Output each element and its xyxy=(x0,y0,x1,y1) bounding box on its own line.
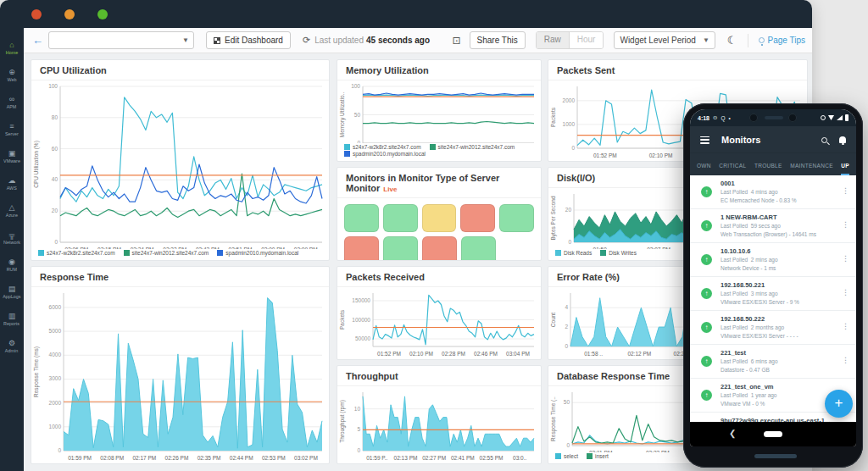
sidebar-item-home[interactable]: ⌂ Home xyxy=(0,35,24,62)
kebab-menu-icon[interactable]: ⋮ xyxy=(842,254,849,263)
svg-text:Response Time (ms): Response Time (ms) xyxy=(33,346,40,397)
card-title: Monitors in Monitor Type of Server Monit… xyxy=(337,168,541,198)
legend-item[interactable]: site24x7-win2012.site24x7.com xyxy=(124,250,209,256)
packets-received-chart[interactable]: 50000100000150000Packets01:52 PM02:10 PM… xyxy=(337,287,541,359)
page-tips-link[interactable]: Page Tips xyxy=(759,36,805,45)
monitor-list-item[interactable]: ↑ 10.10.10.6 Last Polled 2 mins ago Netw… xyxy=(690,243,856,277)
sidebar-item-server[interactable]: ≡ Server xyxy=(0,116,24,143)
last-updated-status: ⟳ Last updated 45 seconds ago xyxy=(303,35,430,46)
monitor-tile-trouble[interactable] xyxy=(422,204,457,232)
phone-nav-bar: ❮ xyxy=(690,422,856,446)
monitor-list-item[interactable]: ↑ 192.168.50.222 Last Polled 2 months ag… xyxy=(690,311,856,345)
sidebar-item-admin[interactable]: ⚙ Admin xyxy=(0,333,24,360)
monitor-tile-critical[interactable] xyxy=(460,204,495,232)
monitor-list-item[interactable]: ↑ 0001 Last Polled 4 mins ago EC Memcach… xyxy=(690,175,856,209)
dark-mode-moon-icon[interactable]: ☾ xyxy=(727,34,737,47)
refresh-icon[interactable]: ⟳ xyxy=(303,35,310,46)
close-window-button[interactable] xyxy=(31,9,42,19)
widget-level-period-select[interactable]: Widget Level Period ▼ xyxy=(614,31,715,49)
android-home-button[interactable] xyxy=(764,431,782,437)
response-time-card: Response Time 0100020003000400050006000R… xyxy=(31,266,330,464)
phone-tab-up[interactable]: UP xyxy=(841,163,849,175)
sidebar-item-reports[interactable]: ▥ Reports xyxy=(0,306,24,333)
raw-hour-toggle: Raw Hour xyxy=(536,31,604,49)
legend-item[interactable]: Disk Writes xyxy=(600,250,637,256)
kebab-menu-icon[interactable]: ⋮ xyxy=(842,356,849,364)
search-icon[interactable] xyxy=(821,137,827,143)
minimize-window-button[interactable] xyxy=(64,9,75,19)
svg-text:02:23 PM: 02:23 PM xyxy=(646,450,670,452)
svg-text:5: 5 xyxy=(357,426,360,432)
svg-text:Bytes Per Second: Bytes Per Second xyxy=(550,196,557,240)
sidebar-item-aws[interactable]: ☁ AWS xyxy=(0,170,24,197)
legend-item[interactable]: select xyxy=(555,453,578,459)
legend-item[interactable]: insert xyxy=(587,453,609,459)
dashboard-select[interactable]: ▼ xyxy=(48,31,194,49)
add-monitor-fab[interactable]: + xyxy=(825,390,853,418)
kebab-menu-icon[interactable]: ⋮ xyxy=(842,322,849,330)
kebab-menu-icon[interactable]: ⋮ xyxy=(842,288,849,296)
svg-text:Memory Utilizatio..: Memory Utilizatio.. xyxy=(339,92,346,138)
hour-toggle[interactable]: Hour xyxy=(570,32,604,48)
share-this-button[interactable]: Share This xyxy=(470,31,526,49)
memory-utilization-chart[interactable]: 050100Memory Utilizatio..02:06 PM02:21 P… xyxy=(337,80,541,143)
monitor-tile-up[interactable] xyxy=(344,204,379,232)
legend-item[interactable]: spadmin2010.mydomain.local xyxy=(344,151,426,157)
sidebar-item-rum[interactable]: ◉ RUM xyxy=(0,252,24,279)
monitor-tile-critical[interactable] xyxy=(422,236,457,260)
legend-swatch xyxy=(430,144,436,150)
display-share-icon[interactable]: ⊡ xyxy=(452,35,460,47)
sidebar-item-azure[interactable]: △ Azure xyxy=(0,197,24,224)
android-back-button[interactable]: ❮ xyxy=(729,429,736,438)
throughput-chart[interactable]: 0510Throughput (rpm)01:59 P..02:13 PM02:… xyxy=(337,386,541,463)
sidebar-item-applogs[interactable]: ▤ AppLogs xyxy=(0,279,24,306)
sidebar-item-apm[interactable]: ∞ APM xyxy=(0,89,24,116)
apm-icon: ∞ xyxy=(9,95,14,103)
monitor-tile-up[interactable] xyxy=(383,204,418,232)
sidebar-item-vmware[interactable]: ▣ VMware xyxy=(0,143,24,170)
svg-text:50000: 50000 xyxy=(355,335,370,341)
legend-item[interactable]: spadmin2010.mydomain.local xyxy=(217,250,298,256)
azure-icon: △ xyxy=(9,203,15,212)
phone-tab-critical[interactable]: CRITICAL xyxy=(719,163,746,175)
bulb-icon xyxy=(759,37,765,43)
monitor-list-item[interactable]: ↑ 221_test Last Polled 6 mins ago Datast… xyxy=(690,345,856,379)
monitor-tile-up[interactable] xyxy=(499,204,534,232)
svg-text:02:41 PM: 02:41 PM xyxy=(451,455,475,461)
monitors-card-title: Monitors in Monitor Type of Server Monit… xyxy=(346,173,499,193)
memory-utilization-card: Memory Utilization 050100Memory Utilizat… xyxy=(337,59,542,162)
card-title: Packets Received xyxy=(337,267,541,287)
phone-tab-trouble[interactable]: TROUBLE xyxy=(754,163,782,175)
maximize-window-button[interactable] xyxy=(97,9,108,19)
svg-text:02:28 PM: 02:28 PM xyxy=(442,351,465,357)
kebab-menu-icon[interactable]: ⋮ xyxy=(842,186,849,195)
response-time-chart[interactable]: 0100020003000400050006000Response Time (… xyxy=(31,287,329,463)
home-icon: ⌂ xyxy=(9,41,14,49)
monitor-list-item[interactable]: ↑ 1 NEW-RBM-CART Last Polled 59 secs ago… xyxy=(690,209,856,243)
monitor-tile-up[interactable] xyxy=(383,236,418,260)
legend-item[interactable]: site24x7-win2012.site24x7.com xyxy=(430,144,515,150)
hamburger-menu-icon[interactable] xyxy=(700,136,709,144)
monitor-list-item[interactable]: ↑ 192.168.50.221 Last Polled 3 mins ago … xyxy=(690,277,856,311)
legend-item[interactable]: s24x7-w2k8r2.site24x7.com xyxy=(344,144,421,150)
svg-text:150000: 150000 xyxy=(352,297,370,303)
svg-text:03:02 PM: 03:02 PM xyxy=(294,455,318,461)
monitor-tile-up[interactable] xyxy=(461,236,496,260)
raw-toggle[interactable]: Raw xyxy=(537,32,570,48)
back-arrow-icon[interactable]: ← xyxy=(32,34,43,47)
legend-item[interactable]: Disk Reads xyxy=(555,250,592,256)
legend-swatch xyxy=(38,250,44,256)
sidebar-item-web[interactable]: ⊕ Web xyxy=(0,62,24,89)
kebab-menu-icon[interactable]: ⋮ xyxy=(842,220,849,229)
bell-icon[interactable] xyxy=(839,136,846,143)
legend-item[interactable]: s24x7-w2k8r2.site24x7.com xyxy=(38,250,115,256)
edit-dashboard-button[interactable]: Edit Dashboard xyxy=(206,31,291,49)
sidebar-item-network[interactable]: ╦ Network xyxy=(0,224,24,252)
cpu-utilization-chart[interactable]: 020406080100CPU Utilization (%)02:06 PM0… xyxy=(31,80,329,249)
svg-text:02:51 PM: 02:51 PM xyxy=(229,247,253,249)
monitor-tile-critical[interactable] xyxy=(344,236,379,260)
phone-tab-own[interactable]: OWN xyxy=(697,163,711,175)
svg-text:02:17 PM: 02:17 PM xyxy=(132,455,156,461)
phone-tab-maintenance[interactable]: MAINTENANCE xyxy=(790,163,833,175)
svg-text:60: 60 xyxy=(52,146,58,152)
